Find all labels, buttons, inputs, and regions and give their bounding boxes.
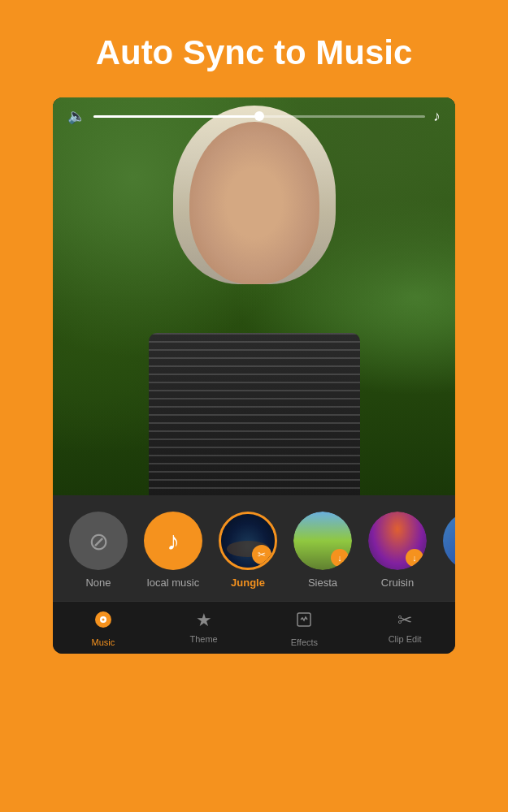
music-item-none[interactable]: ⊘ None: [69, 512, 128, 589]
download-badge-siesta: ↓: [331, 549, 349, 567]
tab-clip-edit[interactable]: ✂ Clip Edit: [354, 602, 455, 654]
page-title: Auto Sync to Music: [16, 32, 492, 73]
svg-point-2: [102, 619, 104, 621]
music-thumb-partial[interactable]: [443, 512, 455, 570]
progress-track[interactable]: [93, 115, 425, 118]
music-thumb-local[interactable]: ♪: [144, 512, 202, 570]
music-thumb-siesta[interactable]: ↓: [293, 512, 352, 570]
local-music-icon: ♪: [167, 526, 180, 556]
music-tab-icon: [93, 610, 113, 634]
music-label-cruisin: Cruisin: [381, 577, 414, 589]
music-item-local[interactable]: ♪ local music: [144, 512, 202, 589]
effects-tab-label: Effects: [291, 637, 318, 647]
music-label-none: None: [85, 577, 111, 589]
progress-thumb[interactable]: [254, 111, 264, 121]
scissors-badge: ✂: [252, 545, 271, 564]
shirt-stripes: [149, 333, 360, 495]
none-icon: ⊘: [89, 527, 109, 555]
volume-icon[interactable]: 🔈: [67, 107, 85, 125]
tab-effects[interactable]: Effects: [254, 602, 355, 654]
music-note-icon[interactable]: ♪: [433, 108, 441, 125]
phone-container: 🔈 ♪ ⊘ None ♪ lo: [53, 97, 455, 654]
tab-theme[interactable]: ★ Theme: [154, 602, 254, 654]
theme-tab-icon: ★: [196, 610, 212, 631]
video-preview: 🔈 ♪: [53, 97, 455, 495]
tab-music[interactable]: Music: [53, 602, 154, 654]
theme-tab-label: Theme: [190, 634, 218, 644]
body-element: [149, 333, 360, 495]
music-thumb-none[interactable]: ⊘: [69, 512, 128, 570]
bottom-nav: Music ★ Theme Effects ✂ Clip Edit: [53, 601, 455, 654]
progress-fill: [93, 115, 259, 118]
face-element: [189, 122, 319, 284]
clip-edit-tab-label: Clip Edit: [389, 634, 422, 644]
music-label-siesta: Siesta: [308, 577, 337, 589]
music-item-cruisin[interactable]: ↓ Cruisin: [368, 512, 427, 589]
music-items-list: ⊘ None ♪ local music ✂ Jungle: [53, 512, 455, 589]
header: Auto Sync to Music: [0, 0, 508, 97]
music-label-jungle: Jungle: [231, 577, 265, 589]
progress-bar-area[interactable]: 🔈 ♪: [53, 107, 455, 125]
clip-edit-tab-icon: ✂: [397, 610, 412, 631]
music-tab-label: Music: [92, 637, 115, 647]
effects-tab-icon: [294, 610, 314, 634]
download-badge-cruisin: ↓: [406, 549, 423, 567]
music-item-siesta[interactable]: ↓ Siesta: [293, 512, 352, 589]
music-panel: ⊘ None ♪ local music ✂ Jungle: [53, 495, 455, 601]
music-thumb-cruisin[interactable]: ↓: [368, 512, 427, 570]
partial-photo: [443, 512, 455, 570]
music-thumb-jungle[interactable]: ✂: [219, 512, 277, 570]
music-label-local: local music: [147, 577, 199, 589]
music-item-jungle[interactable]: ✂ Jungle: [219, 512, 277, 589]
music-item-partial[interactable]: Ju...: [443, 512, 455, 589]
video-area: 🔈 ♪: [53, 97, 455, 495]
